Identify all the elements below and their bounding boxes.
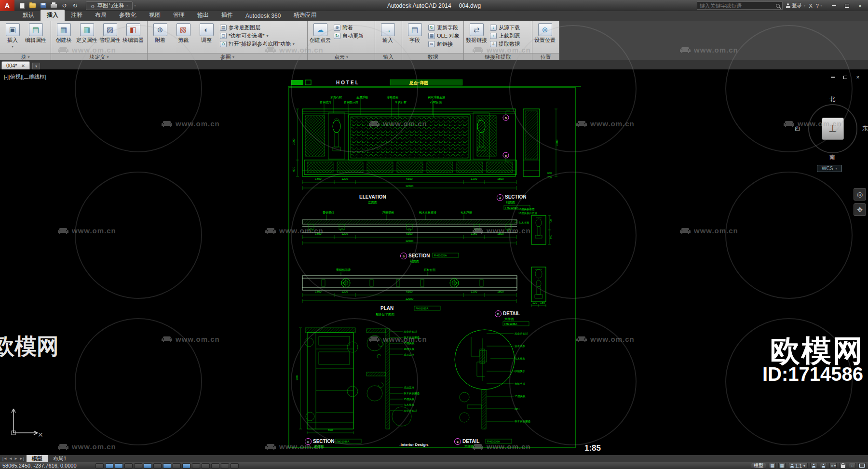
- tab-annotate[interactable]: 注释: [65, 10, 89, 21]
- insert-block-button[interactable]: ▣ 插入▾: [1, 22, 24, 52]
- tab-manage[interactable]: 管理: [167, 10, 191, 21]
- workspace-switching-icon[interactable]: ☼▾: [829, 463, 837, 469]
- panel-label-link-extract[interactable]: 链接和提取: [464, 53, 532, 60]
- hyperlink-button[interactable]: ∞ 超链接: [427, 40, 461, 48]
- toggle-dynamic-input[interactable]: [182, 463, 190, 469]
- tab-featured-apps[interactable]: 精选应用: [287, 10, 323, 21]
- viewcube[interactable]: 上 北 南 西 东 WCS▾: [795, 96, 867, 177]
- toggle-object-snap-tracking[interactable]: [163, 463, 171, 469]
- file-tab-004[interactable]: 004* ✕: [1, 61, 30, 69]
- first-tab-icon[interactable]: |◄: [2, 456, 7, 461]
- autocad-logo-icon[interactable]: A: [0, 0, 14, 11]
- panel-label-block-definition[interactable]: 块定义▾: [51, 53, 147, 60]
- tab-home[interactable]: 默认: [16, 10, 41, 21]
- quick-view-drawings-icon[interactable]: ▦: [778, 463, 786, 469]
- tab-insert[interactable]: 插入: [41, 10, 65, 21]
- doc-minimize-button[interactable]: [829, 74, 836, 80]
- annotation-scale-button[interactable]: 1:1 ▾: [788, 463, 808, 469]
- open-file-button[interactable]: [28, 1, 37, 10]
- pan-icon[interactable]: ✥: [854, 203, 866, 216]
- extract-data-button[interactable]: ⇓ 提取数据: [488, 40, 521, 48]
- search-box[interactable]: [697, 1, 783, 10]
- toggle-3d-object-snap[interactable]: [153, 463, 162, 469]
- exchange-apps-button[interactable]: X: [809, 3, 813, 9]
- viewcube-east-label[interactable]: 东: [862, 124, 868, 133]
- wcs-menu[interactable]: WCS▾: [817, 165, 842, 172]
- restore-button[interactable]: [841, 1, 854, 10]
- toggle-infer-constraints[interactable]: [95, 463, 104, 469]
- toggle-polar-tracking[interactable]: [134, 463, 142, 469]
- undo-button[interactable]: ↺: [60, 1, 69, 10]
- prev-tab-icon[interactable]: ◄: [9, 456, 13, 461]
- help-button[interactable]: ?▾: [816, 3, 822, 9]
- toggle-show-lineweight[interactable]: [192, 463, 200, 469]
- point-cloud-attach-button[interactable]: ⊕ 附着: [332, 24, 365, 31]
- viewcube-north-label[interactable]: 北: [829, 95, 835, 104]
- import-button[interactable]: → 输入: [377, 22, 399, 52]
- toggle-snap-mode[interactable]: [105, 463, 113, 469]
- manage-attributes-button[interactable]: ▨ 管理属性: [99, 22, 121, 52]
- close-button[interactable]: ×: [854, 1, 867, 10]
- edit-attribute-button[interactable]: ▤ 编辑属性: [25, 22, 47, 52]
- sign-in-button[interactable]: 登录 ▾: [786, 2, 806, 9]
- minimize-button[interactable]: [827, 1, 841, 10]
- print-button[interactable]: [49, 1, 58, 10]
- define-attributes-button[interactable]: ▥ 定义属性: [76, 22, 98, 52]
- block-editor-button[interactable]: ◧ 块编辑器: [122, 22, 144, 52]
- clip-button[interactable]: ▧ 剪裁: [172, 22, 194, 52]
- tab-autodesk360[interactable]: Autodesk 360: [239, 11, 287, 21]
- tab-model[interactable]: 模型: [27, 455, 48, 462]
- tab-layout1[interactable]: 布局1: [48, 455, 72, 462]
- tab-parametric[interactable]: 参数化: [113, 10, 143, 21]
- new-file-button[interactable]: [17, 1, 27, 10]
- toggle-quick-properties[interactable]: [211, 463, 219, 469]
- set-location-button[interactable]: ⊚ 设置位置: [534, 22, 556, 52]
- snap-to-underlay-button[interactable]: ⊙ 打开"捕捉到参考底图"功能 ▾: [218, 40, 296, 48]
- close-icon[interactable]: ✕: [21, 63, 25, 68]
- toggle-grid-display[interactable]: [115, 463, 123, 469]
- toggle-selection-cycling[interactable]: [221, 463, 229, 469]
- upload-to-source-button[interactable]: ↑ 上载到源: [488, 32, 521, 40]
- tab-output[interactable]: 输出: [191, 10, 215, 21]
- toggle-annotation-monitor[interactable]: [231, 463, 239, 469]
- data-link-button[interactable]: ⇄ 数据链接: [465, 22, 488, 52]
- auto-annotation-scale-icon[interactable]: [820, 463, 827, 469]
- ole-object-button[interactable]: ▦ OLE 对象: [427, 32, 461, 40]
- annotation-visibility-icon[interactable]: [810, 463, 817, 469]
- panel-label-location[interactable]: 位置: [532, 53, 559, 60]
- panel-label-import[interactable]: 输入: [375, 53, 402, 60]
- panel-label-block[interactable]: 块▾: [0, 53, 51, 60]
- toggle-object-snap[interactable]: [144, 463, 152, 469]
- toggle-dynamic-ucs[interactable]: [173, 463, 181, 469]
- panel-label-point-cloud[interactable]: 点云▾: [308, 53, 375, 60]
- frames-setting-button[interactable]: ◻ *边框可变选项* ▾: [218, 32, 296, 40]
- doc-close-button[interactable]: ×: [854, 74, 861, 80]
- viewcube-cube[interactable]: 上: [822, 118, 844, 140]
- qat-dropdown-icon[interactable]: ▾: [134, 3, 136, 8]
- attach-button[interactable]: ⊕ 附着: [149, 22, 171, 52]
- field-button[interactable]: ▤ 字段: [404, 22, 426, 52]
- doc-restore-button[interactable]: [842, 74, 849, 80]
- create-point-cloud-button[interactable]: ☁ 创建点云: [309, 22, 331, 52]
- panel-label-data[interactable]: 数据: [402, 53, 463, 60]
- workspace-switcher[interactable]: ☼ 草图与注释 ▾: [86, 1, 133, 10]
- auto-update-button[interactable]: ↻ 自动更新: [332, 32, 365, 40]
- isolate-objects-icon[interactable]: ◌: [849, 463, 856, 469]
- toggle-ortho-mode[interactable]: [124, 463, 133, 469]
- lock-ui-icon[interactable]: [839, 463, 846, 469]
- steering-wheel-icon[interactable]: ◎: [854, 188, 866, 201]
- file-tab-menu-button[interactable]: ▾: [32, 63, 40, 69]
- search-input[interactable]: [700, 3, 773, 9]
- quick-view-layouts-icon[interactable]: ▦: [769, 463, 776, 469]
- panel-label-reference[interactable]: 参照▾: [148, 53, 307, 60]
- drawing-canvas[interactable]: [-][俯视][二维线框] × .lg{stroke:#00cf00;fill:…: [0, 69, 868, 455]
- last-tab-icon[interactable]: ►|: [19, 456, 24, 461]
- search-icon[interactable]: [776, 4, 780, 8]
- update-fields-button[interactable]: ↻ 更新字段: [427, 24, 461, 31]
- viewport-controls[interactable]: [-][俯视][二维线框]: [4, 73, 46, 80]
- clean-screen-icon[interactable]: [858, 463, 866, 469]
- underlay-layers-button[interactable]: ▤ 参考底图图层: [218, 24, 296, 31]
- save-button[interactable]: [39, 1, 48, 10]
- model-paper-toggle[interactable]: 模型: [751, 463, 766, 469]
- tab-view[interactable]: 视图: [143, 10, 167, 21]
